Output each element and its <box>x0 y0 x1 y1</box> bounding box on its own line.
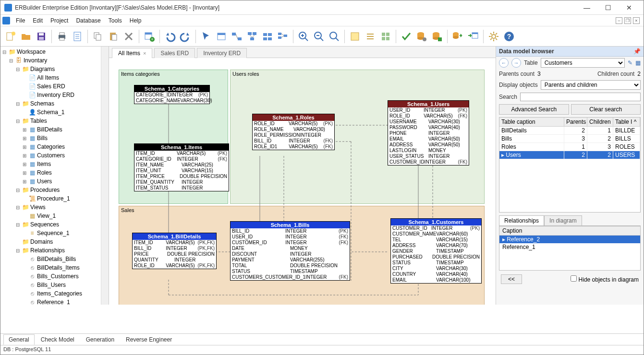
entity-bills[interactable]: Schema_1.Bills BILL_IDINTEGER(PK)USER_ID… <box>230 221 350 281</box>
menu-project[interactable]: Project <box>47 17 72 24</box>
tree-domains[interactable]: Domains <box>30 238 53 245</box>
ftab-general[interactable]: General <box>3 334 35 345</box>
tree-diagrams[interactable]: Diagrams <box>30 66 55 72</box>
table-row[interactable]: Bills32BILLS <box>499 135 640 143</box>
open-icon[interactable] <box>19 29 33 44</box>
add-table-icon[interactable]: + <box>142 29 157 44</box>
tree-diag-inv[interactable]: Inventory ERD <box>37 92 74 98</box>
browser-grid[interactable]: Table caption Parents Children Table I ^… <box>499 117 641 213</box>
tree-project[interactable]: Invontary <box>24 57 47 64</box>
new-icon[interactable] <box>3 29 18 44</box>
table-row[interactable]: Roles13ROLES <box>499 143 640 151</box>
tree-r2[interactable]: BillDetails_Items <box>37 264 80 271</box>
check-icon[interactable] <box>399 29 413 44</box>
window-close[interactable]: ✕ <box>619 1 640 14</box>
tree-r1[interactable]: BillDetails_Bills <box>37 256 76 262</box>
save-icon[interactable] <box>34 29 49 44</box>
list-item[interactable]: Reference_1 <box>499 243 640 251</box>
tree-schemas[interactable]: Schemas <box>30 100 54 107</box>
table-arrow-icon[interactable] <box>466 29 480 44</box>
menu-tools[interactable]: Tools <box>105 17 126 24</box>
db-arrow-icon[interactable] <box>450 29 465 44</box>
paste-icon[interactable] <box>106 29 121 44</box>
tree-t1[interactable]: BillDetails <box>37 126 62 133</box>
subtab-relationships[interactable]: Relationships <box>499 215 544 225</box>
menu-help[interactable]: Help <box>126 17 146 24</box>
tree-diag-sales[interactable]: Sales ERD <box>37 83 65 90</box>
menu-edit[interactable]: Edit <box>29 17 47 24</box>
tree-r3[interactable]: Bills_Customers <box>37 273 79 280</box>
search-input[interactable] <box>520 93 641 101</box>
list-icon[interactable] <box>363 29 377 44</box>
entity-roles[interactable]: Schema_1.Roles ROLE_IDVARCHAR(5)(PK)ROLE… <box>252 114 335 150</box>
back-button[interactable]: << <box>501 274 522 284</box>
tree-procedures[interactable]: Procedures <box>30 187 60 193</box>
tree-r6[interactable]: Reference_1 <box>37 299 70 305</box>
display-select[interactable]: Parents and children <box>541 80 641 90</box>
tree-r5[interactable]: Items_Categories <box>37 290 82 297</box>
entity-customers[interactable]: Schema_1.Customers CUSTOMER_IDINTEGER(PK… <box>390 218 482 284</box>
edit-icon[interactable]: ✎ <box>628 59 632 66</box>
table-tool-icon[interactable] <box>214 29 229 44</box>
tree-tables[interactable]: Tables <box>30 118 47 124</box>
zoom-out-icon[interactable] <box>312 29 326 44</box>
report-icon[interactable] <box>70 29 85 44</box>
grid-icon[interactable] <box>378 29 393 44</box>
tree-seq1[interactable]: Sequence_1 <box>37 230 69 237</box>
tree-proc1[interactable]: Procedure_1 <box>37 195 70 202</box>
goto-icon[interactable]: ▦ <box>635 59 641 66</box>
tree-scrollbar[interactable] <box>101 47 109 305</box>
redo-icon[interactable] <box>178 29 193 44</box>
menu-database[interactable]: Database <box>72 17 104 24</box>
delete-icon[interactable] <box>122 29 136 44</box>
clear-search-button[interactable]: Clear search <box>571 104 641 115</box>
table-row[interactable]: ▸ Users22USERS <box>499 151 640 159</box>
tree-diag-all[interactable]: All Items <box>37 74 59 81</box>
tree-t5[interactable]: Items <box>37 161 51 167</box>
relation-tool-icon[interactable] <box>230 29 244 44</box>
pointer-icon[interactable] <box>199 29 213 44</box>
group-tool-icon[interactable] <box>245 29 259 44</box>
entity-users[interactable]: Schema_1.Users USER_IDINTEGER(PK)ROLE_ID… <box>388 100 469 166</box>
advanced-search-button[interactable]: Advanced Search <box>499 104 569 115</box>
tree-t7[interactable]: Users <box>37 178 52 185</box>
note-icon[interactable] <box>348 29 362 44</box>
entity-items[interactable]: Schema_1.Items ITEM_IDVARCHAR(5)(PK)CATE… <box>134 143 229 191</box>
tree-view1[interactable]: View_1 <box>37 213 56 219</box>
nav-fwd-icon[interactable]: → <box>511 58 521 68</box>
close-icon[interactable]: × <box>143 50 146 56</box>
table-row[interactable]: BillDetails21BILLDE <box>499 127 640 135</box>
list-item[interactable]: ▸ Reference_2 <box>499 236 640 243</box>
tab-sales-erd[interactable]: Sales ERD <box>154 48 195 58</box>
undo-icon[interactable] <box>163 29 177 44</box>
copy-icon[interactable] <box>91 29 105 44</box>
hide-objects-checkbox[interactable]: Hide objects in diagram <box>571 275 639 283</box>
tree-sequences[interactable]: Sequences <box>30 221 59 228</box>
tab-inventory-erd[interactable]: Inventory ERD <box>197 48 247 58</box>
entity-categories[interactable]: Schema_1.Categories CATEGORIE_IDINTEGER(… <box>134 85 210 104</box>
tree-t2[interactable]: Bills <box>37 135 48 142</box>
tree-t4[interactable]: Customers <box>37 152 65 159</box>
mdi-close[interactable]: × <box>633 17 640 24</box>
window-maximize[interactable]: ☐ <box>597 1 619 14</box>
tab-all-items[interactable]: All Items× <box>112 48 152 58</box>
menu-file[interactable]: File <box>12 17 29 24</box>
region-tool-icon[interactable] <box>260 29 275 44</box>
layout-tool-icon[interactable] <box>276 29 290 44</box>
tree-relationships[interactable]: Relationships <box>30 247 65 254</box>
window-minimize[interactable]: — <box>576 1 597 14</box>
db-save-icon[interactable] <box>430 29 444 44</box>
print-icon[interactable] <box>55 29 69 44</box>
mdi-restore[interactable]: ❐ <box>624 17 631 24</box>
zoom-in-icon[interactable] <box>296 29 311 44</box>
table-select[interactable]: Customers <box>541 58 625 68</box>
ftab-check[interactable]: Check Model <box>36 334 80 345</box>
pin-icon[interactable]: 📌 <box>633 48 641 55</box>
settings-icon[interactable] <box>486 29 501 44</box>
db-gear-icon[interactable] <box>414 29 429 44</box>
mdi-minimize[interactable]: – <box>616 17 622 24</box>
ftab-reverse[interactable]: Reverse Engineer <box>121 334 177 345</box>
workspace-tree[interactable]: ⊟📁Workspace ⊟🗄Invontary ⊟📁Diagrams 📄All … <box>0 47 109 305</box>
tree-r4[interactable]: Bills_Users <box>37 282 66 288</box>
subtab-in-diagram[interactable]: In diagram <box>544 215 582 225</box>
